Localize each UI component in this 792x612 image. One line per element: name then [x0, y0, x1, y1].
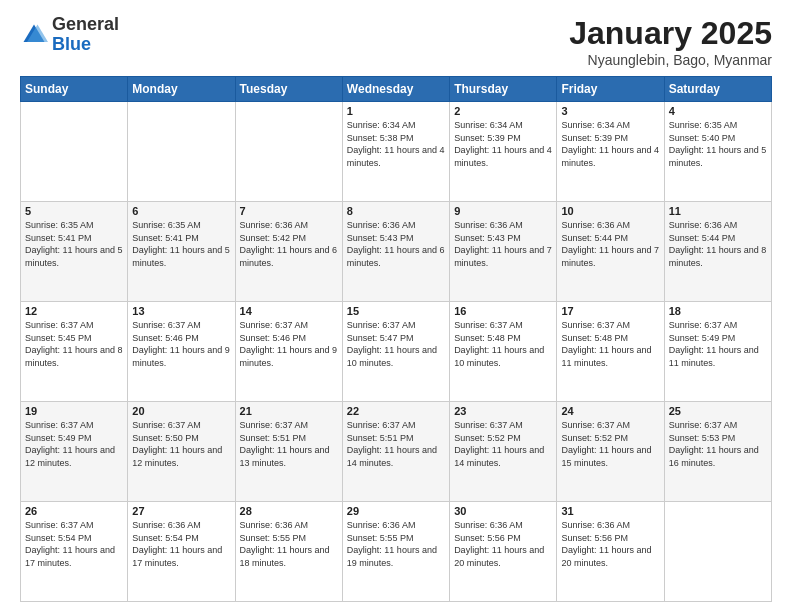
day-info: Sunrise: 6:36 AM Sunset: 5:54 PM Dayligh… — [132, 519, 230, 569]
day-info: Sunrise: 6:36 AM Sunset: 5:56 PM Dayligh… — [454, 519, 552, 569]
calendar-cell: 9Sunrise: 6:36 AM Sunset: 5:43 PM Daylig… — [450, 202, 557, 302]
day-header-monday: Monday — [128, 77, 235, 102]
day-header-saturday: Saturday — [664, 77, 771, 102]
day-number: 22 — [347, 405, 445, 417]
day-number: 28 — [240, 505, 338, 517]
day-info: Sunrise: 6:36 AM Sunset: 5:44 PM Dayligh… — [669, 219, 767, 269]
week-row-2: 12Sunrise: 6:37 AM Sunset: 5:45 PM Dayli… — [21, 302, 772, 402]
day-number: 29 — [347, 505, 445, 517]
calendar-cell: 24Sunrise: 6:37 AM Sunset: 5:52 PM Dayli… — [557, 402, 664, 502]
calendar-cell: 14Sunrise: 6:37 AM Sunset: 5:46 PM Dayli… — [235, 302, 342, 402]
location-subtitle: Nyaunglebin, Bago, Myanmar — [569, 52, 772, 68]
day-info: Sunrise: 6:34 AM Sunset: 5:39 PM Dayligh… — [454, 119, 552, 169]
day-number: 17 — [561, 305, 659, 317]
calendar-cell — [664, 502, 771, 602]
day-number: 24 — [561, 405, 659, 417]
day-header-wednesday: Wednesday — [342, 77, 449, 102]
calendar-cell — [128, 102, 235, 202]
logo-blue: Blue — [52, 34, 91, 54]
day-info: Sunrise: 6:35 AM Sunset: 5:40 PM Dayligh… — [669, 119, 767, 169]
calendar: SundayMondayTuesdayWednesdayThursdayFrid… — [20, 76, 772, 602]
day-info: Sunrise: 6:37 AM Sunset: 5:48 PM Dayligh… — [454, 319, 552, 369]
day-info: Sunrise: 6:35 AM Sunset: 5:41 PM Dayligh… — [132, 219, 230, 269]
day-number: 13 — [132, 305, 230, 317]
calendar-cell: 13Sunrise: 6:37 AM Sunset: 5:46 PM Dayli… — [128, 302, 235, 402]
calendar-cell: 31Sunrise: 6:36 AM Sunset: 5:56 PM Dayli… — [557, 502, 664, 602]
day-info: Sunrise: 6:36 AM Sunset: 5:56 PM Dayligh… — [561, 519, 659, 569]
day-number: 21 — [240, 405, 338, 417]
logo-text: General Blue — [52, 15, 119, 55]
calendar-cell: 26Sunrise: 6:37 AM Sunset: 5:54 PM Dayli… — [21, 502, 128, 602]
day-header-row: SundayMondayTuesdayWednesdayThursdayFrid… — [21, 77, 772, 102]
day-number: 18 — [669, 305, 767, 317]
day-number: 23 — [454, 405, 552, 417]
day-number: 7 — [240, 205, 338, 217]
calendar-cell — [235, 102, 342, 202]
day-number: 10 — [561, 205, 659, 217]
day-number: 25 — [669, 405, 767, 417]
logo: General Blue — [20, 15, 119, 55]
calendar-cell: 30Sunrise: 6:36 AM Sunset: 5:56 PM Dayli… — [450, 502, 557, 602]
day-info: Sunrise: 6:37 AM Sunset: 5:52 PM Dayligh… — [561, 419, 659, 469]
day-info: Sunrise: 6:34 AM Sunset: 5:39 PM Dayligh… — [561, 119, 659, 169]
day-info: Sunrise: 6:37 AM Sunset: 5:49 PM Dayligh… — [669, 319, 767, 369]
page: General Blue January 2025 Nyaunglebin, B… — [0, 0, 792, 612]
title-block: January 2025 Nyaunglebin, Bago, Myanmar — [569, 15, 772, 68]
day-info: Sunrise: 6:36 AM Sunset: 5:42 PM Dayligh… — [240, 219, 338, 269]
day-info: Sunrise: 6:35 AM Sunset: 5:41 PM Dayligh… — [25, 219, 123, 269]
day-number: 1 — [347, 105, 445, 117]
day-header-tuesday: Tuesday — [235, 77, 342, 102]
calendar-cell: 20Sunrise: 6:37 AM Sunset: 5:50 PM Dayli… — [128, 402, 235, 502]
calendar-cell: 1Sunrise: 6:34 AM Sunset: 5:38 PM Daylig… — [342, 102, 449, 202]
day-number: 11 — [669, 205, 767, 217]
day-info: Sunrise: 6:37 AM Sunset: 5:48 PM Dayligh… — [561, 319, 659, 369]
day-number: 27 — [132, 505, 230, 517]
calendar-cell: 29Sunrise: 6:36 AM Sunset: 5:55 PM Dayli… — [342, 502, 449, 602]
calendar-cell: 23Sunrise: 6:37 AM Sunset: 5:52 PM Dayli… — [450, 402, 557, 502]
week-row-1: 5Sunrise: 6:35 AM Sunset: 5:41 PM Daylig… — [21, 202, 772, 302]
calendar-cell: 22Sunrise: 6:37 AM Sunset: 5:51 PM Dayli… — [342, 402, 449, 502]
day-info: Sunrise: 6:36 AM Sunset: 5:43 PM Dayligh… — [347, 219, 445, 269]
day-number: 31 — [561, 505, 659, 517]
calendar-cell: 18Sunrise: 6:37 AM Sunset: 5:49 PM Dayli… — [664, 302, 771, 402]
day-number: 6 — [132, 205, 230, 217]
day-info: Sunrise: 6:37 AM Sunset: 5:51 PM Dayligh… — [240, 419, 338, 469]
day-info: Sunrise: 6:37 AM Sunset: 5:54 PM Dayligh… — [25, 519, 123, 569]
day-info: Sunrise: 6:37 AM Sunset: 5:49 PM Dayligh… — [25, 419, 123, 469]
day-info: Sunrise: 6:37 AM Sunset: 5:51 PM Dayligh… — [347, 419, 445, 469]
logo-icon — [20, 21, 48, 49]
calendar-cell — [21, 102, 128, 202]
day-info: Sunrise: 6:34 AM Sunset: 5:38 PM Dayligh… — [347, 119, 445, 169]
day-info: Sunrise: 6:37 AM Sunset: 5:46 PM Dayligh… — [132, 319, 230, 369]
day-info: Sunrise: 6:36 AM Sunset: 5:55 PM Dayligh… — [240, 519, 338, 569]
day-info: Sunrise: 6:36 AM Sunset: 5:44 PM Dayligh… — [561, 219, 659, 269]
calendar-cell: 4Sunrise: 6:35 AM Sunset: 5:40 PM Daylig… — [664, 102, 771, 202]
calendar-cell: 15Sunrise: 6:37 AM Sunset: 5:47 PM Dayli… — [342, 302, 449, 402]
calendar-cell: 21Sunrise: 6:37 AM Sunset: 5:51 PM Dayli… — [235, 402, 342, 502]
calendar-cell: 6Sunrise: 6:35 AM Sunset: 5:41 PM Daylig… — [128, 202, 235, 302]
day-info: Sunrise: 6:37 AM Sunset: 5:47 PM Dayligh… — [347, 319, 445, 369]
day-number: 20 — [132, 405, 230, 417]
calendar-cell: 5Sunrise: 6:35 AM Sunset: 5:41 PM Daylig… — [21, 202, 128, 302]
week-row-3: 19Sunrise: 6:37 AM Sunset: 5:49 PM Dayli… — [21, 402, 772, 502]
calendar-cell: 19Sunrise: 6:37 AM Sunset: 5:49 PM Dayli… — [21, 402, 128, 502]
header: General Blue January 2025 Nyaunglebin, B… — [20, 15, 772, 68]
calendar-cell: 17Sunrise: 6:37 AM Sunset: 5:48 PM Dayli… — [557, 302, 664, 402]
day-number: 9 — [454, 205, 552, 217]
day-number: 14 — [240, 305, 338, 317]
logo-general: General — [52, 14, 119, 34]
day-number: 8 — [347, 205, 445, 217]
week-row-4: 26Sunrise: 6:37 AM Sunset: 5:54 PM Dayli… — [21, 502, 772, 602]
calendar-cell: 3Sunrise: 6:34 AM Sunset: 5:39 PM Daylig… — [557, 102, 664, 202]
calendar-cell: 28Sunrise: 6:36 AM Sunset: 5:55 PM Dayli… — [235, 502, 342, 602]
day-number: 12 — [25, 305, 123, 317]
month-title: January 2025 — [569, 15, 772, 52]
day-header-thursday: Thursday — [450, 77, 557, 102]
week-row-0: 1Sunrise: 6:34 AM Sunset: 5:38 PM Daylig… — [21, 102, 772, 202]
day-info: Sunrise: 6:36 AM Sunset: 5:55 PM Dayligh… — [347, 519, 445, 569]
day-number: 30 — [454, 505, 552, 517]
day-info: Sunrise: 6:37 AM Sunset: 5:52 PM Dayligh… — [454, 419, 552, 469]
day-number: 3 — [561, 105, 659, 117]
calendar-cell: 7Sunrise: 6:36 AM Sunset: 5:42 PM Daylig… — [235, 202, 342, 302]
day-number: 26 — [25, 505, 123, 517]
